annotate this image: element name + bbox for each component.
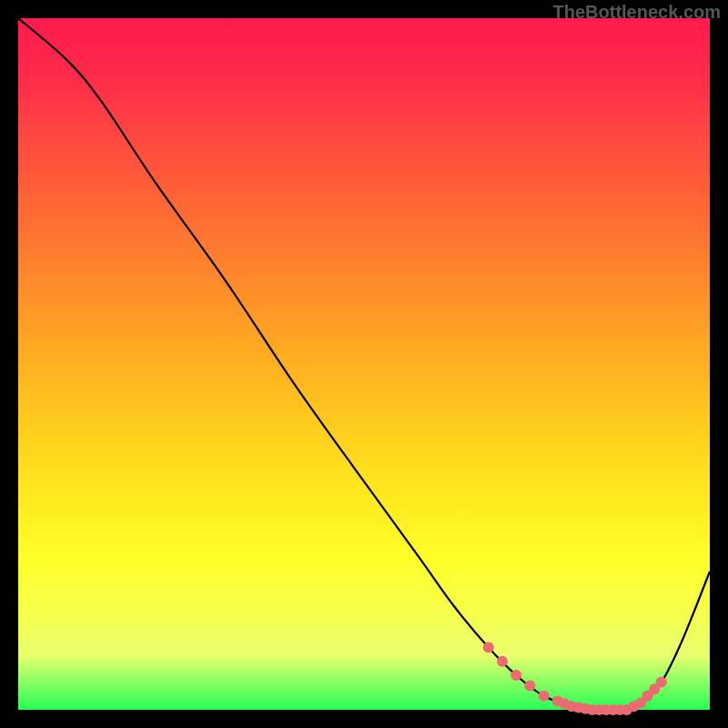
highlight-point [524, 680, 535, 691]
watermark-text: TheBottleneck.com [553, 2, 721, 23]
highlight-point [539, 691, 550, 702]
highlight-point [497, 656, 508, 667]
highlighted-points [483, 642, 667, 715]
plot-area [18, 18, 710, 710]
highlight-point [656, 677, 667, 688]
chart-svg [18, 18, 710, 710]
highlight-point [483, 642, 494, 653]
chart-container: TheBottleneck.com [0, 0, 728, 728]
highlight-point [511, 670, 521, 681]
bottleneck-curve [18, 18, 710, 711]
